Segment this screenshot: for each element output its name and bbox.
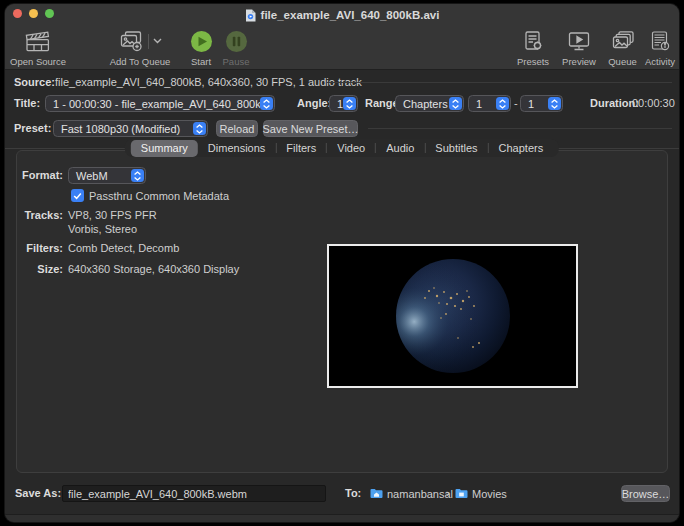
source-value: file_example_AVI_640_800kB, 640x360, 30 …: [55, 74, 362, 91]
preset-popup[interactable]: Fast 1080p30 (Modified): [53, 120, 208, 137]
title-label: Title:: [14, 95, 40, 112]
home-folder-name: namanbansal: [387, 488, 453, 500]
tab-chapters[interactable]: Chapters: [489, 140, 554, 157]
angle-popup-value: 1: [330, 98, 343, 110]
open-source-label: Open Source: [10, 57, 66, 67]
pause-icon: [225, 30, 248, 53]
range-to-popup[interactable]: 1: [520, 95, 563, 112]
passthru-metadata-checkbox-row[interactable]: Passthru Common Metadata: [71, 189, 229, 202]
preset-label: Preset:: [14, 120, 51, 137]
add-to-queue-button[interactable]: Add To Queue: [99, 29, 181, 67]
presets-label: Presets: [517, 57, 549, 67]
popup-stepper-icon: [260, 97, 273, 110]
screenshot-stage: file_example_AVI_640_800kB.avi Open Sour…: [0, 0, 684, 526]
preview-label: Preview: [562, 57, 596, 67]
tab-summary[interactable]: Summary: [131, 140, 198, 157]
preset-separator-line: [368, 128, 672, 129]
range-type-value: Chapters: [396, 98, 449, 110]
source-separator-line: [327, 82, 672, 83]
tracks-audio-value: Vorbis, Stereo: [68, 221, 137, 238]
popup-stepper-icon: [131, 169, 144, 182]
queue-icon: [611, 30, 635, 52]
open-source-button[interactable]: Open Source: [7, 29, 69, 67]
chevron-down-icon[interactable]: [153, 38, 162, 44]
passthru-metadata-label: Passthru Common Metadata: [89, 190, 229, 202]
movies-folder-icon: [455, 488, 468, 499]
destination-movies-folder[interactable]: Movies: [455, 485, 507, 502]
preview-icon: [567, 30, 591, 52]
preview-button[interactable]: Preview: [559, 29, 599, 67]
activity-icon: [649, 30, 671, 52]
handbrake-window: file_example_AVI_640_800kB.avi Open Sour…: [5, 4, 679, 522]
range-from-value: 1: [469, 98, 496, 110]
window-title: file_example_AVI_640_800kB.avi: [261, 9, 440, 21]
size-value: 640x360 Storage, 640x360 Display: [68, 261, 239, 278]
video-preview-image: [327, 244, 578, 388]
range-type-popup[interactable]: Chapters: [395, 95, 464, 112]
presets-button[interactable]: Presets: [513, 29, 553, 67]
reload-button[interactable]: Reload: [216, 120, 258, 137]
save-as-label: Save As:: [15, 485, 61, 502]
destination-home-folder[interactable]: namanbansal: [370, 485, 453, 502]
popup-stepper-icon: [496, 97, 509, 110]
range-from-popup[interactable]: 1: [468, 95, 511, 112]
add-to-queue-icon: [118, 30, 144, 52]
to-label: To:: [345, 485, 361, 502]
angle-label: Angle:: [297, 95, 331, 112]
tab-video[interactable]: Video: [327, 140, 375, 157]
range-to-value: 1: [521, 98, 548, 110]
angle-popup[interactable]: 1: [329, 95, 358, 112]
earth-at-night-image: [329, 246, 576, 386]
range-separator: -: [514, 95, 518, 112]
tab-bar: Summary Dimensions Filters Video Audio S…: [125, 139, 559, 157]
path-separator: ›: [446, 485, 450, 502]
tab-dimensions[interactable]: Dimensions: [198, 140, 275, 157]
summary-panel: Format: WebM Passthru Common Metadata Tr…: [16, 150, 668, 473]
start-label: Start: [191, 57, 211, 67]
activity-label: Activity: [645, 57, 675, 67]
checkbox-checked-icon[interactable]: [71, 189, 84, 202]
format-popup[interactable]: WebM: [68, 167, 146, 184]
popup-stepper-icon: [193, 122, 206, 135]
preset-popup-value: Fast 1080p30 (Modified): [54, 123, 193, 135]
save-new-preset-button[interactable]: Save New Preset…: [263, 120, 358, 137]
tracks-label: Tracks:: [17, 207, 63, 224]
title-popup[interactable]: 1 - 00:00:30 - file_example_AVI_640_800k…: [45, 95, 275, 112]
add-to-queue-label: Add To Queue: [110, 57, 171, 67]
titlebar: file_example_AVI_640_800kB.avi: [5, 4, 679, 26]
pause-label: Pause: [223, 57, 250, 67]
activity-button[interactable]: Activity: [642, 29, 678, 67]
presets-icon: [522, 30, 544, 52]
document-proxy-icon: [245, 9, 256, 22]
start-button[interactable]: Start: [186, 29, 216, 67]
tab-subtitles[interactable]: Subtitles: [425, 140, 487, 157]
format-label: Format:: [17, 167, 63, 184]
popup-stepper-icon: [548, 97, 561, 110]
browse-button[interactable]: Browse…: [621, 485, 670, 502]
toolbar-divider: [148, 34, 149, 49]
save-as-input[interactable]: [62, 485, 326, 502]
filters-label: Filters:: [17, 240, 63, 257]
tab-filters[interactable]: Filters: [276, 140, 326, 157]
popup-stepper-icon: [343, 97, 356, 110]
format-popup-value: WebM: [69, 170, 131, 182]
tab-audio[interactable]: Audio: [376, 140, 424, 157]
window-footer-strip: [5, 514, 679, 522]
movies-folder-name: Movies: [472, 488, 507, 500]
size-label: Size:: [17, 261, 63, 278]
filters-value: Comb Detect, Decomb: [68, 240, 179, 257]
window-title-area: file_example_AVI_640_800kB.avi: [5, 4, 679, 26]
queue-button[interactable]: Queue: [606, 29, 639, 67]
source-label: Source:: [14, 74, 55, 91]
popup-stepper-icon: [449, 97, 462, 110]
duration-value: 00:00:30: [632, 95, 675, 112]
title-popup-value: 1 - 00:00:30 - file_example_AVI_640_800k…: [46, 98, 260, 110]
queue-label: Queue: [608, 57, 637, 67]
pause-button: Pause: [220, 29, 252, 67]
toolbar: Open Source A: [5, 26, 679, 70]
home-folder-icon: [370, 488, 383, 499]
clapperboard-icon: [25, 30, 51, 53]
start-play-icon: [190, 30, 213, 53]
